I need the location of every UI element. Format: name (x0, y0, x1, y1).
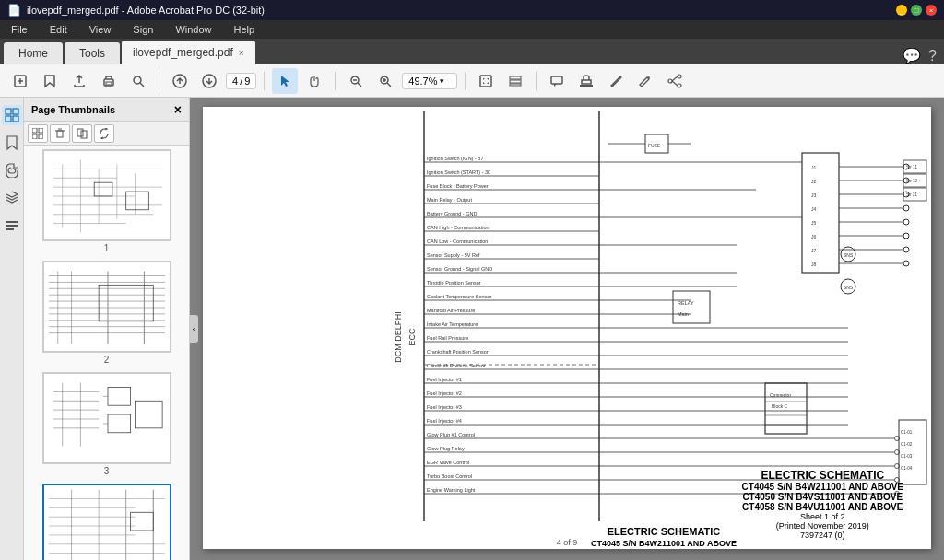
svg-text:Fuel Injector #4: Fuel Injector #4 (427, 418, 462, 424)
schematic-title-block: ELECTRIC SCHEMATIC CT4045 S/N B4W211001 … (742, 469, 903, 540)
svg-rect-42 (57, 131, 63, 137)
left-sidebar-icons (0, 98, 24, 560)
svg-rect-39 (39, 128, 43, 133)
page-navigation[interactable]: 4 / 9 (226, 73, 256, 89)
svg-text:FUSE: FUSE (648, 143, 661, 148)
stamp-button[interactable] (573, 68, 599, 94)
svg-rect-62 (44, 262, 170, 352)
pdf-viewer-area[interactable]: DCM DELPHI ECC (190, 98, 944, 560)
window-title: ilovepdf_merged.pdf - Adobe Acrobat Pro … (27, 5, 265, 16)
zoom-out-button[interactable] (343, 68, 369, 94)
search-button[interactable] (125, 68, 151, 94)
title-bar: 📄 ilovepdf_merged.pdf - Adobe Acrobat Pr… (0, 0, 944, 20)
menu-file[interactable]: File (7, 22, 31, 37)
thumbnail-page-4[interactable]: 4 (28, 484, 185, 560)
edit-button[interactable] (632, 68, 658, 94)
view-mode-button[interactable] (502, 68, 528, 94)
svg-text:J1: J1 (811, 165, 817, 170)
comment-button[interactable] (544, 68, 570, 94)
tab-document[interactable]: ilovepdf_merged.pdf × (122, 41, 255, 64)
share-button[interactable] (662, 68, 688, 94)
close-button[interactable]: × (926, 5, 937, 16)
svg-rect-33 (13, 116, 18, 122)
svg-text:ELECTRIC SCHEMATIC: ELECTRIC SCHEMATIC (608, 526, 721, 537)
thumbnail-page-1[interactable]: 1 (28, 149, 185, 253)
svg-rect-91 (44, 485, 170, 560)
svg-rect-5 (106, 82, 112, 85)
svg-text:Block C: Block C (772, 403, 788, 409)
menu-view[interactable]: View (86, 22, 115, 37)
zoom-dropdown-icon: ▾ (440, 76, 444, 86)
panel-collapse-handle[interactable]: ‹ (189, 315, 198, 343)
side-icon-content[interactable] (2, 216, 22, 236)
total-pages: 9 (244, 76, 250, 87)
svg-text:J4: J4 (811, 206, 817, 212)
thumbnail-label-1: 1 (104, 243, 110, 253)
svg-text:Crankshaft Position Sensor: Crankshaft Position Sensor (427, 349, 489, 355)
svg-text:Manifold Air Pressure: Manifold Air Pressure (427, 308, 475, 313)
svg-text:DCM DELPHI: DCM DELPHI (394, 311, 403, 363)
thumbnail-page-2[interactable]: 2 (28, 261, 185, 365)
svg-rect-36 (6, 225, 18, 227)
svg-rect-23 (580, 85, 593, 87)
panel-grid-view-button[interactable] (28, 124, 48, 143)
svg-line-28 (672, 76, 678, 81)
svg-line-16 (387, 83, 391, 87)
side-icon-layers[interactable] (2, 188, 22, 208)
zoom-level[interactable]: 49.7% ▾ (402, 73, 457, 89)
svg-text:EGR Valve Control: EGR Valve Control (427, 460, 469, 465)
panel-close-button[interactable]: × (174, 102, 182, 117)
menu-sign[interactable]: Sign (129, 22, 157, 37)
svg-rect-18 (510, 76, 521, 79)
svg-rect-45 (77, 129, 83, 136)
minimize-button[interactable]: _ (896, 5, 907, 16)
svg-text:SNS: SNS (844, 252, 854, 258)
zoom-in-button[interactable] (372, 68, 398, 94)
thumbnail-label-2: 2 (104, 355, 110, 365)
help-tab-icon[interactable]: ? (928, 48, 937, 64)
svg-rect-78 (44, 374, 170, 463)
menu-edit[interactable]: Edit (46, 22, 71, 37)
chat-icon[interactable]: 💬 (903, 47, 921, 64)
menu-help[interactable]: Help (230, 22, 259, 37)
fit-page-button[interactable] (473, 68, 499, 94)
separator-4 (465, 72, 466, 90)
upload-button[interactable] (66, 68, 92, 94)
tab-bar: Home Tools ilovepdf_merged.pdf × 💬 ? (0, 39, 944, 64)
panel-extract-button[interactable] (72, 124, 92, 143)
svg-text:Ignition Switch (START) - 30: Ignition Switch (START) - 30 (427, 169, 490, 175)
svg-rect-32 (6, 116, 11, 122)
svg-text:Str 21: Str 21 (906, 192, 918, 197)
thumbnail-label-3: 3 (104, 466, 110, 476)
pen-button[interactable] (603, 68, 629, 94)
side-icon-bookmarks[interactable] (2, 133, 22, 153)
menu-window[interactable]: Window (171, 22, 215, 37)
title-bar-left: 📄 ilovepdf_merged.pdf - Adobe Acrobat Pr… (7, 4, 265, 17)
panel-delete-button[interactable] (50, 124, 70, 143)
side-icon-page-thumbnails[interactable] (2, 105, 22, 125)
bookmark-button[interactable] (37, 68, 63, 94)
panel-rotate-button[interactable] (94, 124, 114, 143)
svg-line-12 (358, 83, 361, 87)
svg-line-29 (672, 81, 678, 86)
cursor-tool-button[interactable] (272, 68, 298, 94)
create-button[interactable] (7, 68, 33, 94)
panel-header: Page Thumbnails × (24, 98, 189, 122)
tab-close-icon[interactable]: × (239, 48, 244, 58)
svg-marker-34 (7, 136, 17, 149)
pan-tool-button[interactable] (301, 68, 327, 94)
panel-content[interactable]: 1 (24, 146, 189, 560)
tab-tools[interactable]: Tools (65, 42, 120, 64)
tab-home[interactable]: Home (4, 42, 63, 64)
side-icon-attachment[interactable] (2, 160, 22, 181)
thumbnail-page-3[interactable]: 3 (28, 372, 185, 476)
print-button[interactable] (96, 68, 122, 94)
svg-line-7 (140, 83, 144, 87)
thumbnail-image-3 (42, 372, 171, 464)
next-page-button[interactable] (196, 68, 222, 94)
svg-text:J2: J2 (811, 179, 817, 184)
svg-text:Main: Main (678, 311, 689, 317)
svg-text:Fuel Injector #3: Fuel Injector #3 (427, 404, 462, 410)
maximize-button[interactable]: □ (911, 5, 922, 16)
prev-page-button[interactable] (167, 68, 193, 94)
